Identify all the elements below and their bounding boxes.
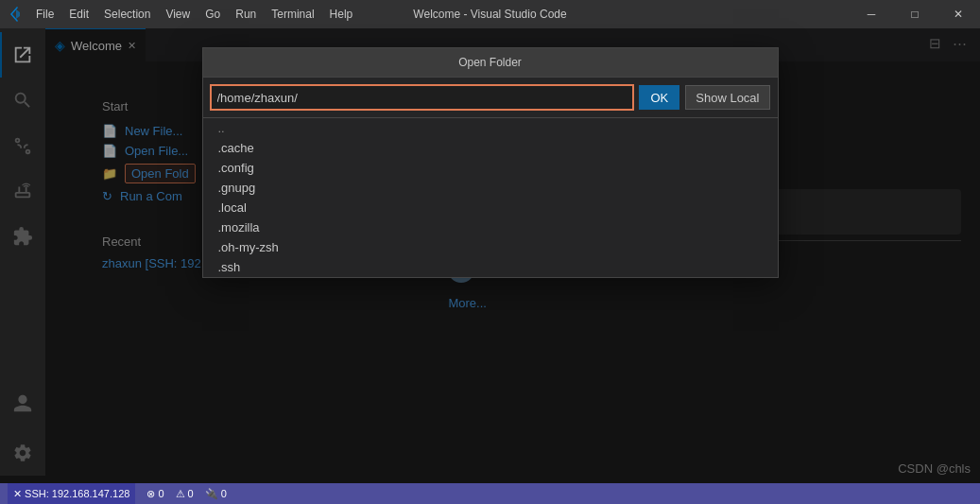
- menu-view[interactable]: View: [158, 0, 198, 28]
- list-item[interactable]: .mozilla: [203, 217, 778, 237]
- list-item[interactable]: .local: [203, 198, 778, 217]
- menu-terminal[interactable]: Terminal: [264, 0, 321, 28]
- menu-selection[interactable]: Selection: [96, 0, 158, 28]
- list-item[interactable]: .gnupg: [203, 178, 778, 198]
- close-button[interactable]: ✕: [937, 0, 980, 28]
- menu-file[interactable]: File: [28, 0, 61, 28]
- folder-path-input[interactable]: [211, 85, 634, 110]
- ssh-status[interactable]: ✕ SSH: 192.168.147.128: [8, 483, 135, 504]
- titlebar-menu: File Edit Selection View Go Run Terminal…: [0, 0, 360, 28]
- list-item[interactable]: .oh-my-zsh: [203, 237, 778, 257]
- window-title: Welcome - Visual Studio Code: [413, 8, 566, 21]
- maximize-button[interactable]: □: [893, 0, 937, 28]
- warnings-status[interactable]: ⚠ 0: [176, 488, 194, 500]
- list-item[interactable]: .ssh: [203, 257, 778, 277]
- minimize-button[interactable]: ─: [850, 0, 893, 28]
- menu-run[interactable]: Run: [228, 0, 264, 28]
- dialog-file-list: ...cache.config.gnupg.local.mozilla.oh-m…: [203, 118, 778, 277]
- menu-go[interactable]: Go: [198, 0, 228, 28]
- modal-overlay: Open Folder OK Show Local ...cache.confi…: [0, 28, 980, 483]
- dialog-input-row: OK Show Local: [203, 78, 778, 118]
- open-folder-dialog: Open Folder OK Show Local ...cache.confi…: [202, 47, 779, 278]
- list-item[interactable]: ..: [203, 118, 778, 138]
- list-item[interactable]: .config: [203, 158, 778, 178]
- ports-status[interactable]: 🔌 0: [205, 488, 227, 500]
- show-local-button[interactable]: Show Local: [685, 85, 769, 110]
- ok-button[interactable]: OK: [639, 85, 679, 110]
- list-item[interactable]: .cache: [203, 138, 778, 158]
- menu-edit[interactable]: Edit: [61, 0, 96, 28]
- dialog-header: Open Folder: [203, 48, 778, 78]
- window-controls: ─ □ ✕: [850, 0, 980, 28]
- menu-help[interactable]: Help: [322, 0, 361, 28]
- titlebar: File Edit Selection View Go Run Terminal…: [0, 0, 980, 28]
- errors-status[interactable]: ⊗ 0: [146, 488, 163, 500]
- statusbar: ✕ SSH: 192.168.147.128 ⊗ 0 ⚠ 0 🔌 0: [0, 483, 980, 504]
- vscode-logo: [0, 0, 28, 28]
